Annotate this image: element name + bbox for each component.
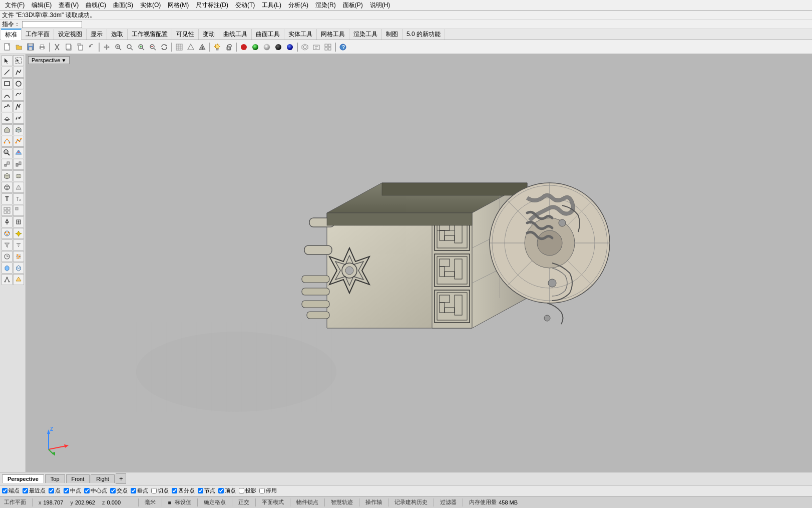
tab-new-features[interactable]: 5.0 的新功能 — [402, 29, 445, 40]
toolbar-undo[interactable] — [86, 42, 97, 53]
toolbar-save[interactable] — [25, 42, 36, 53]
left-btn-arc2[interactable] — [13, 90, 24, 101]
view-tab-top[interactable]: Top — [45, 474, 65, 483]
left-btn-mesh2[interactable] — [13, 182, 24, 193]
menu-dim[interactable]: 尺寸标注(D) — [193, 1, 231, 10]
left-btn-filter2[interactable] — [13, 239, 24, 250]
toolbar-color-white[interactable] — [261, 42, 272, 53]
left-btn-line[interactable] — [2, 67, 13, 78]
tab-drafting[interactable]: 制图 — [382, 29, 402, 40]
tab-viewport-config[interactable]: 工作视窗配置 — [128, 29, 172, 40]
menu-surface[interactable]: 曲面(S) — [110, 1, 136, 10]
tab-solid-tools[interactable]: 实体工具 — [284, 29, 317, 40]
left-btn-analysis1[interactable] — [2, 147, 13, 158]
info-gumball-label[interactable]: 操作轴 — [365, 498, 382, 506]
tab-curve-tools[interactable]: 曲线工具 — [219, 29, 252, 40]
info-plane-mode-label[interactable]: 平面模式 — [262, 498, 284, 506]
toolbar-color-red[interactable] — [238, 42, 249, 53]
toolbar-color-sphere[interactable] — [250, 42, 261, 53]
info-units-value[interactable]: 毫米 — [145, 498, 156, 506]
left-btn-snap2[interactable] — [13, 216, 24, 227]
menu-curve[interactable]: 曲线(C) — [83, 1, 109, 10]
left-btn-select-window[interactable] — [13, 55, 24, 66]
left-btn-solid2[interactable] — [13, 170, 24, 181]
toolbar-zoom-extents[interactable] — [124, 42, 135, 53]
cb-tan-input[interactable] — [151, 488, 157, 493]
toolbar-named-views[interactable] — [322, 42, 333, 53]
tab-select[interactable]: 选取 — [107, 29, 128, 40]
toolbar-color-blue[interactable] — [284, 42, 295, 53]
toolbar-paste[interactable] — [75, 42, 86, 53]
left-btn-3dsurface2[interactable] — [13, 124, 24, 135]
tab-display[interactable]: 显示 — [87, 29, 107, 40]
menu-edit[interactable]: 编辑(E) — [29, 1, 55, 10]
cb-center-input[interactable] — [84, 488, 90, 493]
toolbar-zoom-window[interactable] — [113, 42, 124, 53]
left-btn-extra1a[interactable] — [2, 263, 13, 274]
info-smart-label[interactable]: 智慧轨迹 — [331, 498, 353, 506]
menu-render[interactable]: 渲染(R) — [312, 1, 339, 10]
left-btn-grid1[interactable] — [2, 205, 13, 216]
left-btn-extra2a[interactable] — [2, 274, 13, 285]
tab-mesh-tools[interactable]: 网格工具 — [317, 29, 349, 40]
left-btn-surface1[interactable] — [2, 113, 13, 124]
menu-panel[interactable]: 面板(P) — [340, 1, 366, 10]
cb-intersect-input[interactable] — [110, 488, 116, 493]
toolbar-copy[interactable] — [63, 42, 74, 53]
cb-perp-input[interactable] — [131, 488, 136, 493]
cb-endpoint-input[interactable] — [2, 488, 8, 493]
left-btn-transform1[interactable] — [2, 159, 13, 170]
left-btn-history2[interactable] — [13, 251, 24, 262]
toolbar-ortho[interactable] — [197, 42, 208, 53]
info-snap-label[interactable]: 标设值 — [175, 498, 191, 506]
viewport-dropdown-icon[interactable]: ▼ — [61, 58, 66, 63]
left-btn-rect[interactable] — [2, 78, 13, 89]
toolbar-print[interactable] — [37, 42, 48, 53]
left-btn-mesh1[interactable] — [2, 182, 13, 193]
cb-project-input[interactable] — [239, 488, 244, 493]
tab-visibility[interactable]: 可见性 — [172, 29, 199, 40]
cb-vertex-input[interactable] — [218, 488, 224, 493]
cb-midpoint-input[interactable] — [64, 488, 69, 493]
view-tab-front[interactable]: Front — [66, 474, 90, 483]
toolbar-help[interactable]: ? — [337, 42, 348, 53]
menu-help[interactable]: 说明(H) — [367, 1, 393, 10]
menu-mesh[interactable]: 网格(M) — [165, 1, 192, 10]
left-btn-transform2[interactable] — [13, 159, 24, 170]
left-btn-special1[interactable] — [2, 228, 13, 239]
left-btn-history1[interactable] — [2, 251, 13, 262]
view-tab-perspective[interactable]: Perspective — [2, 474, 44, 483]
left-btn-freeform2[interactable] — [13, 101, 24, 112]
info-normal-label[interactable]: 正交 — [238, 498, 249, 506]
toolbar-osnap-toggle[interactable] — [185, 42, 196, 53]
info-objsnap-label[interactable]: 物件锁点 — [296, 498, 318, 506]
cb-point-input[interactable] — [49, 488, 54, 493]
view-tab-right[interactable]: Right — [91, 474, 115, 483]
menu-analysis[interactable]: 分析(A) — [285, 1, 311, 10]
info-history-label[interactable]: 记录建构历史 — [394, 498, 428, 506]
cb-near-input[interactable] — [23, 488, 28, 493]
toolbar-object-props[interactable] — [311, 42, 322, 53]
toolbar-light[interactable] — [212, 42, 223, 53]
left-btn-arc[interactable] — [2, 90, 13, 101]
left-btn-editpt2[interactable] — [13, 136, 24, 147]
left-btn-text[interactable]: T — [2, 193, 13, 204]
cb-quad-input[interactable] — [172, 488, 177, 493]
left-btn-editpt1[interactable] — [2, 136, 13, 147]
menu-tools[interactable]: 工具(L) — [259, 1, 284, 10]
cb-knot-input[interactable] — [198, 488, 203, 493]
viewport-perspective[interactable]: Perspective ▼ — [26, 54, 812, 472]
left-btn-extra2b[interactable] — [13, 274, 24, 285]
toolbar-render-settings[interactable] — [299, 42, 310, 53]
toolbar-grid-toggle[interactable] — [174, 42, 185, 53]
toolbar-rotate-view[interactable] — [159, 42, 170, 53]
toolbar-color-dark[interactable] — [273, 42, 284, 53]
left-btn-filter1[interactable] — [2, 239, 13, 250]
menu-solid[interactable]: 实体(O) — [137, 1, 164, 10]
left-btn-polyline[interactable] — [13, 67, 24, 78]
left-btn-snap1[interactable] — [2, 216, 13, 227]
left-btn-text2[interactable]: Tₐ — [13, 193, 24, 204]
toolbar-open[interactable] — [14, 42, 25, 53]
left-btn-extra1b[interactable] — [13, 263, 24, 274]
tab-workplane[interactable]: 工作平面 — [22, 29, 54, 40]
